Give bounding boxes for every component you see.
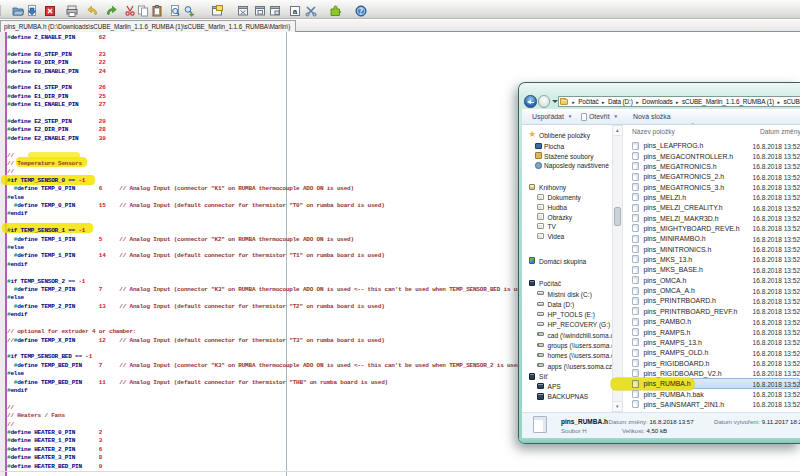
svg-text:a: a: [293, 7, 298, 16]
svg-text:?: ?: [359, 7, 363, 16]
